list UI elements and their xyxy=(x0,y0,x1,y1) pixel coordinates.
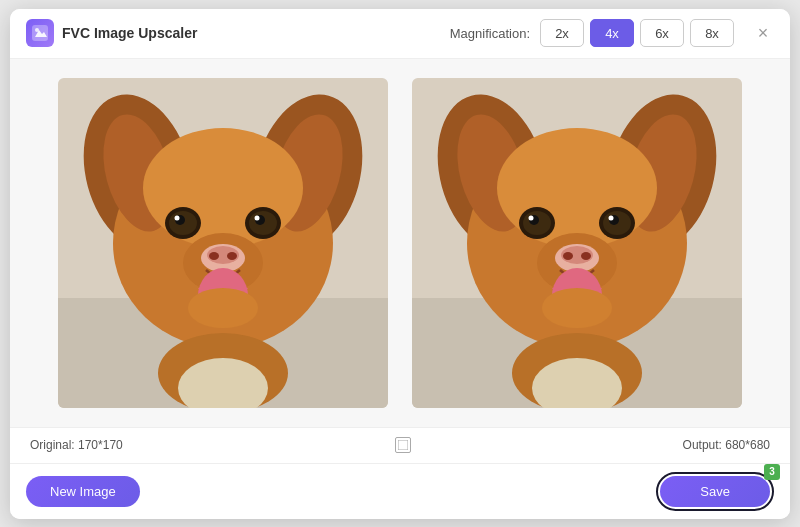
svg-point-47 xyxy=(563,252,573,260)
svg-point-21 xyxy=(209,252,219,260)
new-image-button[interactable]: New Image xyxy=(26,476,140,507)
app-window: FVC Image Upscaler Magnification: 2x 4x … xyxy=(10,9,790,519)
original-image xyxy=(58,78,388,408)
status-bar: Original: 170*170 Output: 680*680 xyxy=(10,427,790,463)
mag-8x-button[interactable]: 8x xyxy=(690,19,734,47)
save-badge: 3 xyxy=(764,464,780,480)
svg-point-43 xyxy=(609,215,614,220)
svg-point-39 xyxy=(529,215,534,220)
svg-point-25 xyxy=(188,288,258,328)
original-size-label: Original: 170*170 xyxy=(30,438,123,452)
output-size-label: Output: 680*680 xyxy=(683,438,770,452)
svg-point-1 xyxy=(35,28,39,32)
titlebar: FVC Image Upscaler Magnification: 2x 4x … xyxy=(10,9,790,59)
mag-4x-button[interactable]: 4x xyxy=(590,19,634,47)
svg-point-13 xyxy=(175,215,180,220)
save-area: 3 Save xyxy=(656,472,774,511)
compare-icon[interactable] xyxy=(395,437,411,453)
content-area xyxy=(10,59,790,427)
app-title: FVC Image Upscaler xyxy=(62,25,197,41)
magnification-label: Magnification: xyxy=(450,26,530,41)
svg-point-17 xyxy=(255,215,260,220)
svg-point-48 xyxy=(581,252,591,260)
svg-point-22 xyxy=(227,252,237,260)
save-button-wrapper: Save xyxy=(656,472,774,511)
magnification-buttons: 2x 4x 6x 8x xyxy=(540,19,734,47)
output-image xyxy=(412,78,742,408)
output-image-panel xyxy=(412,78,742,408)
svg-point-51 xyxy=(542,288,612,328)
save-button[interactable]: Save xyxy=(660,476,770,507)
app-logo xyxy=(26,19,54,47)
original-image-panel xyxy=(58,78,388,408)
close-button[interactable]: × xyxy=(752,22,774,44)
bottom-bar: New Image 3 Save xyxy=(10,463,790,519)
mag-6x-button[interactable]: 6x xyxy=(640,19,684,47)
mag-2x-button[interactable]: 2x xyxy=(540,19,584,47)
svg-rect-54 xyxy=(398,440,408,450)
